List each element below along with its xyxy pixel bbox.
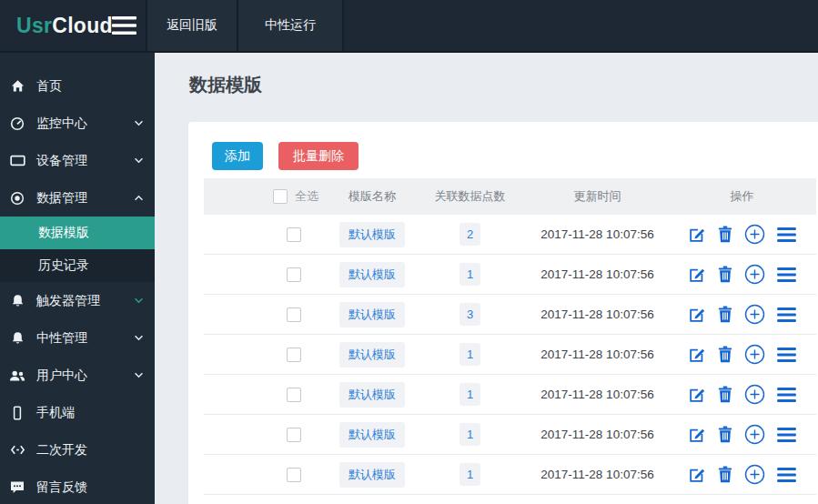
sidebar-item-user-center[interactable]: 用户中心: [0, 357, 155, 394]
sidebar-item-home[interactable]: 首页: [0, 67, 155, 105]
trash-button[interactable]: [718, 346, 732, 363]
plus-circle-button[interactable]: [744, 464, 765, 485]
record-icon: [8, 189, 26, 207]
trash-button[interactable]: [718, 386, 732, 403]
batch-delete-button[interactable]: 批量删除: [278, 142, 359, 170]
sidebar-subitem-data-template[interactable]: 数据模版: [0, 217, 155, 249]
edit-button[interactable]: [688, 266, 706, 284]
plus-circle-button[interactable]: [744, 424, 765, 445]
plus-circle-icon: [744, 384, 765, 405]
row-checkbox[interactable]: [287, 388, 301, 402]
edit-icon: [688, 226, 706, 244]
header-updated-time: 更新时间: [527, 178, 668, 215]
trash-icon: [718, 466, 732, 483]
plus-circle-button[interactable]: [744, 224, 765, 245]
menu-button[interactable]: [777, 388, 796, 402]
sidebar-item-label: 中性管理: [36, 330, 87, 347]
add-button[interactable]: 添加: [212, 142, 263, 170]
tab-neutral-run[interactable]: 中性运行: [237, 0, 344, 51]
sidebar-item-feedback[interactable]: 留言反馈: [0, 469, 155, 504]
row-points-cell: 3: [413, 295, 527, 334]
logo-prefix: Usr: [16, 14, 52, 38]
sidebar-item-monitor-center[interactable]: 监控中心: [0, 105, 155, 142]
row-checkbox[interactable]: [287, 307, 301, 322]
submenu-data-management: 数据模版历史记录: [0, 217, 155, 282]
sidebar-item-data-management[interactable]: 数据管理: [0, 179, 155, 217]
trash-button[interactable]: [718, 266, 732, 283]
plus-circle-button[interactable]: [744, 344, 765, 365]
content-card: 添加 批量删除 全选 模版名称 关联数据点数 更新时间 操作 默认模版22017…: [188, 122, 818, 504]
sidebar-item-label: 二次开发: [36, 442, 87, 459]
plus-circle-icon: [744, 464, 765, 485]
trash-button[interactable]: [718, 466, 732, 483]
menu-button[interactable]: [777, 227, 796, 242]
edit-button[interactable]: [688, 386, 706, 404]
sidebar-menu: 首页监控中心设备管理数据管理数据模版历史记录触发器管理中性管理用户中心手机端二次…: [0, 53, 155, 504]
menu-button[interactable]: [777, 348, 796, 362]
points-count-link[interactable]: 1: [459, 263, 480, 286]
trash-button[interactable]: [718, 306, 732, 323]
row-points-cell: 1: [413, 455, 527, 494]
header-template-name: 模版名称: [331, 178, 413, 215]
bell-icon: [8, 329, 26, 348]
edit-button[interactable]: [688, 426, 706, 444]
edit-button[interactable]: [688, 226, 706, 244]
points-count-link[interactable]: 2: [459, 223, 480, 246]
edit-icon: [688, 426, 706, 444]
row-checkbox[interactable]: [287, 267, 301, 282]
trash-icon: [718, 426, 732, 443]
toolbar: 添加 批量删除: [212, 142, 818, 170]
menu-button[interactable]: [777, 307, 796, 322]
points-count-link[interactable]: 3: [459, 303, 480, 326]
sidebar-item-neutral-management[interactable]: 中性管理: [0, 319, 155, 357]
menu-button[interactable]: [777, 267, 796, 282]
sidebar-item-device-management[interactable]: 设备管理: [0, 142, 155, 179]
menu-button[interactable]: [777, 468, 796, 482]
table-row: 默认模版12017-11-28 10:07:56: [204, 335, 816, 375]
table-row: 默认模版12017-11-28 10:07:56: [204, 415, 816, 455]
trash-button[interactable]: [718, 426, 732, 443]
edit-button[interactable]: [688, 346, 706, 364]
row-select-cell: [204, 455, 331, 494]
row-checkbox[interactable]: [287, 348, 301, 362]
sidebar-item-mobile[interactable]: 手机端: [0, 394, 155, 431]
row-checkbox[interactable]: [287, 227, 301, 242]
table-row: 默认模版12017-11-28 10:07:56: [204, 255, 816, 295]
edit-icon: [688, 466, 706, 484]
row-checkbox[interactable]: [287, 468, 301, 482]
sidebar-item-development[interactable]: 二次开发: [0, 431, 155, 469]
trash-icon: [718, 386, 732, 403]
sidebar-subitem-history-record[interactable]: 历史记录: [0, 249, 155, 282]
trash-icon: [718, 226, 732, 243]
points-count-link[interactable]: 1: [459, 423, 480, 446]
select-all-checkbox[interactable]: [273, 189, 288, 204]
template-name-link[interactable]: 默认模版: [339, 382, 405, 408]
template-name-link[interactable]: 默认模版: [339, 422, 405, 448]
template-name-link[interactable]: 默认模版: [339, 462, 405, 488]
template-name-link[interactable]: 默认模版: [339, 262, 405, 287]
row-select-cell: [204, 375, 331, 414]
points-count-link[interactable]: 1: [459, 383, 480, 406]
points-count-link[interactable]: 1: [459, 343, 480, 366]
template-name-link[interactable]: 默认模版: [339, 342, 405, 368]
plus-circle-button[interactable]: [744, 264, 765, 285]
edit-button[interactable]: [688, 466, 706, 484]
tab-back-to-old[interactable]: 返回旧版: [146, 0, 237, 51]
plus-circle-button[interactable]: [744, 384, 765, 405]
row-checkbox[interactable]: [287, 428, 301, 442]
plus-circle-button[interactable]: [744, 304, 765, 325]
edit-icon: [688, 346, 706, 364]
menu-button[interactable]: [777, 428, 796, 442]
sidebar-toggle-button[interactable]: [102, 0, 146, 51]
trash-button[interactable]: [718, 226, 732, 243]
plus-circle-icon: [744, 264, 765, 285]
template-name-link[interactable]: 默认模版: [339, 222, 405, 247]
sidebar-item-trigger-management[interactable]: 触发器管理: [0, 282, 155, 319]
mobile-icon: [8, 404, 26, 422]
menu-icon: [777, 307, 796, 322]
template-name-link[interactable]: 默认模版: [339, 302, 405, 328]
edit-button[interactable]: [688, 306, 706, 324]
row-select-cell: [204, 255, 331, 294]
row-actions-cell: [668, 335, 816, 374]
points-count-link[interactable]: 1: [459, 463, 480, 486]
